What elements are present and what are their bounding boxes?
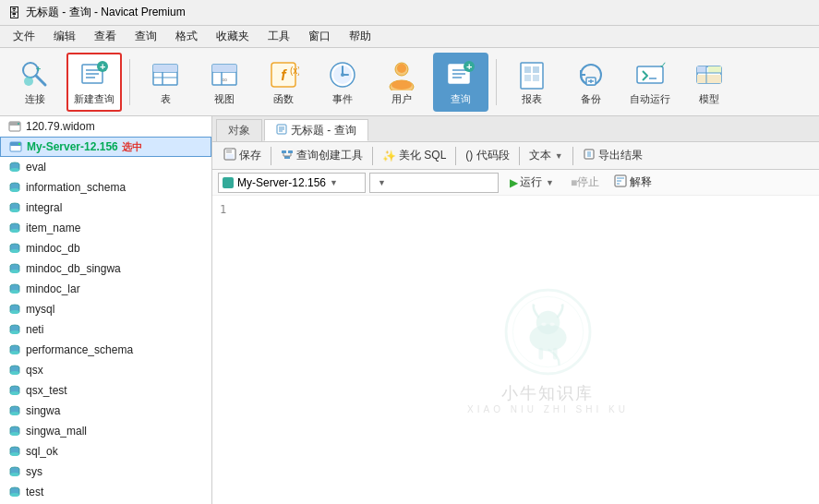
report-icon	[515, 58, 548, 91]
sidebar-item-integral[interactable]: integral	[0, 198, 211, 218]
run-icon: ▶	[510, 176, 518, 189]
svg-point-72	[10, 270, 19, 273]
export-icon	[583, 148, 596, 163]
sidebar-item-my-server[interactable]: My-Server-12.156 选中	[0, 137, 211, 157]
menu-format[interactable]: 格式	[166, 27, 207, 46]
report-button[interactable]: 报表	[504, 53, 560, 112]
text-button[interactable]: 文本 ▼	[524, 145, 569, 167]
explain-icon	[614, 174, 627, 190]
save-button[interactable]: 保存	[218, 145, 267, 167]
right-content: 对象 无标题 - 查询 保存 查询创建工具	[212, 116, 819, 504]
event-button[interactable]: 事件	[315, 53, 370, 112]
menu-file[interactable]: 文件	[4, 27, 44, 46]
event-label: 事件	[332, 93, 353, 105]
report-label: 报表	[522, 93, 542, 105]
query-toolbar: 保存 查询创建工具 ✨ 美化 SQL () 代码段 文本 ▼	[212, 142, 819, 170]
menu-view[interactable]: 查看	[85, 27, 126, 46]
mysql-label: mysql	[26, 303, 54, 316]
auto-run-button[interactable]: ✓ 自动运行	[622, 53, 678, 112]
svg-point-126	[549, 323, 554, 327]
sidebar-item-qsx-test[interactable]: qsx_test	[0, 380, 211, 401]
user-icon	[385, 58, 418, 91]
svg-text:∞: ∞	[222, 76, 227, 84]
sidebar-item-mindoc-db-singwa[interactable]: mindoc_db_singwa	[0, 258, 211, 279]
table-button[interactable]: 表	[138, 53, 193, 112]
backup-label: 备份	[581, 93, 601, 105]
menu-query[interactable]: 查询	[126, 27, 166, 46]
user-label: 用户	[391, 93, 412, 105]
menu-favorites[interactable]: 收藏夹	[207, 27, 259, 46]
stop-icon: ■	[571, 176, 577, 189]
menu-help[interactable]: 帮助	[340, 27, 380, 46]
code-snippet-button[interactable]: () 代码段	[460, 145, 514, 167]
function-button[interactable]: f (x) 函数	[256, 53, 311, 112]
qtb-sep2	[372, 147, 373, 165]
svg-point-64	[10, 188, 19, 192]
svg-rect-128	[553, 348, 558, 360]
conn-value: My-Server-12.156	[237, 176, 326, 189]
query-button[interactable]: + 查询	[433, 53, 488, 112]
svg-point-31	[391, 80, 412, 90]
explain-button[interactable]: 解释	[608, 173, 657, 192]
view-label: 视图	[214, 93, 235, 105]
sidebar-item-item-name[interactable]: item_name	[0, 218, 211, 238]
sidebar-item-eval[interactable]: eval	[0, 157, 211, 177]
neti-label: neti	[26, 323, 43, 336]
save-label: 保存	[239, 148, 261, 163]
sidebar-item-sys[interactable]: sys	[0, 462, 211, 482]
run-button[interactable]: ▶ 运行 ▼	[502, 173, 561, 192]
toolbar-sep-2	[496, 59, 497, 105]
info-schema-label: information_schema	[26, 181, 126, 194]
event-icon	[326, 58, 359, 91]
backup-button[interactable]: 备份	[563, 53, 619, 112]
connect-icon: +	[18, 58, 52, 91]
qtb-sep5	[572, 147, 573, 165]
qtb-sep4	[519, 147, 520, 165]
svg-point-57	[18, 123, 19, 125]
sidebar-item-info-schema[interactable]: information_schema	[0, 177, 211, 198]
db-icon-mindoc-singwa	[7, 261, 22, 276]
tab-query[interactable]: 无标题 - 查询	[264, 119, 368, 141]
sidebar-item-mindoc-db[interactable]: mindoc_db	[0, 238, 211, 258]
sidebar-item-qsx[interactable]: qsx	[0, 360, 211, 380]
svg-text:✓: ✓	[659, 60, 666, 70]
stop-button[interactable]: ■ 停止	[565, 173, 605, 192]
connect-button[interactable]: + 连接	[7, 53, 63, 112]
db-icon-sql-ok	[7, 444, 22, 459]
query-editor[interactable]: 1	[212, 196, 819, 504]
beautify-sql-button[interactable]: ✨ 美化 SQL	[377, 145, 452, 167]
menu-edit[interactable]: 编辑	[44, 27, 85, 46]
svg-point-84	[10, 391, 19, 395]
sidebar-item-neti[interactable]: neti	[0, 319, 211, 340]
connection-select[interactable]: My-Server-12.156 ▼	[218, 173, 366, 193]
sidebar-item-singwa-mall[interactable]: singwa_mall	[0, 421, 211, 441]
new-query-button[interactable]: + 新建查询	[66, 53, 122, 112]
sidebar-item-widom[interactable]: 120.79.widom	[0, 116, 211, 137]
sidebar-item-mysql[interactable]: mysql	[0, 299, 211, 319]
svg-rect-50	[697, 66, 706, 73]
query-builder-button[interactable]: 查询创建工具	[275, 145, 368, 167]
selected-badge: 选中	[122, 140, 142, 154]
tab-object[interactable]: 对象	[216, 119, 262, 141]
user-button[interactable]: 用户	[374, 53, 429, 112]
menu-window[interactable]: 窗口	[299, 27, 340, 46]
sidebar-item-performance[interactable]: performance_schema	[0, 340, 211, 360]
sidebar-item-mindoc-lar[interactable]: mindoc_lar	[0, 279, 211, 299]
svg-rect-107	[288, 150, 293, 153]
svg-rect-52	[697, 75, 721, 83]
database-select[interactable]: ▼	[369, 173, 499, 193]
new-query-icon: +	[78, 58, 111, 91]
watermark-main-text: 小牛知识库	[501, 382, 594, 404]
tab-object-label: 对象	[228, 123, 250, 138]
view-button[interactable]: ∞ 视图	[197, 53, 252, 112]
sidebar-item-singwa[interactable]: singwa	[0, 401, 211, 421]
menu-tools[interactable]: 工具	[259, 27, 299, 46]
export-result-button[interactable]: 导出结果	[577, 145, 648, 167]
save-icon	[223, 148, 236, 163]
qsx-label: qsx	[26, 364, 43, 377]
tab-query-label: 无标题 - 查询	[291, 123, 356, 138]
db-icon-singwa	[7, 403, 22, 418]
sidebar-item-sql-ok[interactable]: sql_ok	[0, 441, 211, 462]
sidebar-item-test[interactable]: test	[0, 482, 211, 502]
model-button[interactable]: 模型	[681, 53, 737, 112]
